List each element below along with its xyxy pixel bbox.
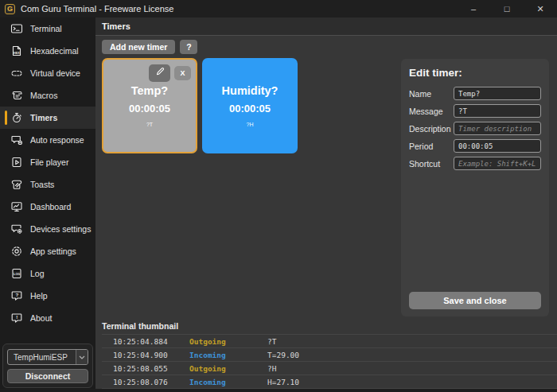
description-input[interactable] bbox=[454, 122, 541, 135]
timer-card-temp[interactable]: X Temp? 00:00:05 ?T bbox=[102, 58, 197, 153]
terminal-icon bbox=[10, 22, 23, 35]
sidebar-item-file-player[interactable]: File player bbox=[0, 151, 95, 173]
hexadecimal-icon: HEX bbox=[10, 45, 23, 57]
log-time: 10:25:04.900 bbox=[102, 351, 189, 359]
sidebar-item-log[interactable]: LOG Log bbox=[0, 262, 95, 285]
log-time: 10:25:04.884 bbox=[102, 337, 189, 346]
timer-card-humidity[interactable]: Humidity? 00:00:05 ?H bbox=[202, 58, 298, 153]
main-content: Timers Add new timer ? X Temp? 00:00:05 bbox=[95, 17, 557, 392]
timer-period: 00:00:05 bbox=[229, 103, 271, 114]
field-row: Description bbox=[409, 122, 541, 135]
card-actions: X bbox=[149, 64, 191, 82]
sidebar-item-macros[interactable]: Macros bbox=[0, 84, 95, 107]
timer-name: Humidity? bbox=[222, 84, 278, 97]
disconnect-button[interactable]: Disconnect bbox=[7, 369, 88, 383]
devices-settings-icon bbox=[10, 223, 23, 235]
minimize-button[interactable]: – bbox=[457, 0, 490, 17]
description-label: Description bbox=[409, 124, 454, 134]
window-title: Com Guru Terminal - Freeware License bbox=[21, 4, 173, 14]
window-bottom-edge bbox=[0, 389, 557, 392]
timer-name: Temp? bbox=[131, 84, 168, 97]
field-row: Shortcut bbox=[409, 157, 541, 170]
terminal-thumbnail-label: Terminal thumbnail bbox=[95, 321, 557, 331]
sidebar-item-auto-response[interactable]: Auto response bbox=[0, 129, 95, 151]
field-row: Name bbox=[409, 87, 541, 100]
timers-page: Add new timer ? X Temp? 00:00:05 ?T bbox=[95, 37, 557, 392]
maximize-button[interactable]: □ bbox=[490, 0, 524, 17]
log-time: 10:25:08.076 bbox=[102, 378, 189, 386]
svg-text:LOG: LOG bbox=[14, 273, 20, 276]
log-direction: Outgoing bbox=[189, 364, 267, 373]
virtual-device-icon bbox=[10, 67, 23, 80]
gear-icon bbox=[10, 245, 23, 258]
name-label: Name bbox=[409, 89, 454, 99]
timer-message: ?H bbox=[247, 122, 254, 127]
add-new-timer-button[interactable]: Add new timer bbox=[102, 40, 175, 54]
file-player-icon bbox=[10, 156, 23, 169]
page-header: Timers bbox=[95, 17, 557, 36]
terminal-thumbnail: Terminal thumbnail 10:25:04.884 Outgoing… bbox=[95, 321, 557, 389]
sidebar-item-about[interactable]: ! About bbox=[0, 307, 95, 329]
sidebar-item-app-settings[interactable]: App settings bbox=[0, 240, 95, 262]
window-controls: – □ ✕ bbox=[457, 0, 557, 17]
log-message: H=27.10 bbox=[267, 378, 299, 386]
sidebar-item-timers[interactable]: Timers bbox=[0, 107, 95, 129]
sidebar-item-label: Auto response bbox=[30, 135, 84, 145]
sidebar-item-label: App settings bbox=[30, 246, 76, 256]
sidebar-item-terminal[interactable]: Terminal bbox=[0, 17, 95, 40]
sidebar-item-label: Macros bbox=[30, 91, 57, 100]
chevron-down-icon[interactable] bbox=[76, 350, 88, 364]
sidebar-item-dashboard[interactable]: Dashboard bbox=[0, 196, 95, 218]
delete-timer-button[interactable]: X bbox=[174, 66, 191, 80]
page-title: Timers bbox=[102, 21, 130, 31]
pencil-icon bbox=[154, 66, 166, 80]
sidebar-item-label: Dashboard bbox=[30, 202, 71, 212]
sidebar-item-label: Help bbox=[30, 291, 48, 301]
close-button[interactable]: ✕ bbox=[524, 0, 557, 17]
log-row: 10:25:04.884 Outgoing ?T bbox=[102, 335, 557, 348]
sidebar-item-label: About bbox=[30, 313, 52, 323]
sidebar-item-label: Terminal bbox=[30, 24, 62, 33]
period-label: Period bbox=[409, 142, 454, 151]
timers-stopwatch-icon bbox=[10, 111, 23, 124]
shortcut-label: Shortcut bbox=[409, 159, 454, 169]
sidebar-item-toasts[interactable]: Toasts bbox=[0, 173, 95, 196]
sidebar-item-label: Virtual device bbox=[30, 68, 80, 78]
help-button[interactable]: ? bbox=[180, 40, 197, 54]
log-message: ?H bbox=[267, 364, 276, 373]
app-logo-icon: G bbox=[5, 4, 15, 14]
period-input[interactable] bbox=[454, 139, 541, 153]
dashboard-monitor-icon bbox=[10, 200, 23, 213]
log-row: 10:25:08.055 Outgoing ?H bbox=[102, 362, 557, 375]
edit-panel-title: Edit timer: bbox=[409, 67, 541, 79]
save-and-close-button[interactable]: Save and close bbox=[409, 292, 541, 309]
sidebar-item-label: Toasts bbox=[30, 180, 54, 189]
log-icon: LOG bbox=[10, 267, 23, 280]
help-bubble-icon: ? bbox=[10, 289, 23, 302]
log-direction: Outgoing bbox=[189, 337, 267, 346]
sidebar-item-virtual-device[interactable]: Virtual device bbox=[0, 62, 95, 84]
selection-indicator bbox=[5, 111, 7, 125]
sidebar-item-hexadecimal[interactable]: HEX Hexadecimal bbox=[0, 40, 95, 62]
message-input[interactable] bbox=[454, 104, 541, 118]
log-direction: Incoming bbox=[189, 378, 267, 386]
sidebar-item-help[interactable]: ? Help bbox=[0, 285, 95, 307]
sidebar-item-label: Log bbox=[30, 269, 45, 278]
terminal-log-table: 10:25:04.884 Outgoing ?T 10:25:04.900 In… bbox=[102, 334, 557, 389]
name-input[interactable] bbox=[454, 87, 541, 100]
sidebar: Terminal HEX Hexadecimal Virtual device … bbox=[0, 17, 95, 392]
sidebar-item-devices-settings[interactable]: Devices settings bbox=[0, 218, 95, 240]
timer-message: ?T bbox=[146, 122, 153, 127]
log-row: 10:25:04.900 Incoming T=29.00 bbox=[102, 348, 557, 362]
svg-text:?: ? bbox=[15, 292, 18, 297]
log-row: 10:25:08.076 Incoming H=27.10 bbox=[102, 375, 557, 389]
message-label: Message bbox=[409, 107, 454, 116]
device-select[interactable]: TempHumiESP bbox=[7, 349, 88, 365]
connection-panel: TempHumiESP Disconnect bbox=[2, 343, 93, 388]
field-row: Period bbox=[409, 139, 541, 153]
device-select-value: TempHumiESP bbox=[8, 353, 76, 362]
sidebar-item-label: Hexadecimal bbox=[30, 46, 79, 56]
edit-timer-button[interactable] bbox=[149, 64, 170, 82]
svg-text:!: ! bbox=[16, 314, 18, 320]
shortcut-input[interactable] bbox=[454, 157, 541, 170]
